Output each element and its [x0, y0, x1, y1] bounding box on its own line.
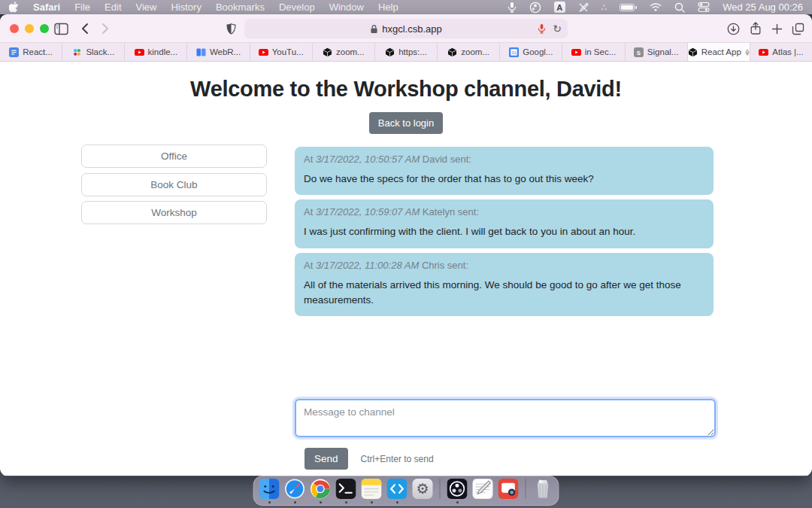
forward-button[interactable]: [97, 21, 114, 36]
youtube-icon: [571, 47, 581, 57]
menu-edit[interactable]: Edit: [105, 2, 121, 13]
tab-kindle[interactable]: kindle...: [125, 43, 187, 61]
wifi-icon[interactable]: [650, 2, 662, 14]
finder-icon[interactable]: [259, 479, 280, 499]
message-card: At 3/17/2022, 11:00:28 AM Chris sent: Al…: [295, 253, 714, 317]
chrome-icon[interactable]: [311, 479, 331, 499]
desktop: ⚙: [0, 476, 812, 508]
tab-webrtc[interactable]: WebR...: [187, 43, 250, 61]
dock: ⚙: [253, 476, 559, 506]
page-title: Welcome to the Workshop channel, David!: [0, 77, 812, 102]
microphone-status-icon[interactable]: [508, 2, 517, 14]
trackpad-gesture-icon[interactable]: ∴: [601, 2, 607, 14]
menu-help[interactable]: Help: [378, 2, 398, 13]
youtube-icon: [135, 47, 144, 57]
privacy-shield-icon[interactable]: [223, 21, 239, 36]
tab-https[interactable]: https:...: [375, 43, 438, 61]
svg-text:S: S: [637, 49, 641, 56]
codesandbox-icon: [688, 47, 698, 57]
message-meta: At 3/17/2022, 10:59:07 AM Katelyn sent:: [304, 206, 704, 217]
close-window-button[interactable]: [10, 24, 19, 33]
book-icon: [196, 47, 206, 57]
message-sender: Katelyn sent:: [423, 206, 479, 217]
downloads-icon[interactable]: [725, 21, 741, 36]
tab-microphone-icon: [745, 47, 750, 57]
tab-react[interactable]: React...: [0, 43, 62, 61]
message-text: I was just confirming with the client. I…: [304, 224, 704, 239]
reload-icon[interactable]: ↻: [553, 23, 562, 34]
spotlight-search-icon[interactable]: [674, 2, 685, 14]
message-text: Do we have the specs for the order that …: [304, 172, 704, 187]
slack-icon: [72, 47, 82, 57]
message-list: At 3/17/2022, 10:50:57 AM David sent: Do…: [295, 147, 714, 321]
control-center-icon[interactable]: [698, 2, 710, 14]
tab-google-calendar[interactable]: 31 Googl...: [500, 43, 562, 61]
textedit-icon[interactable]: [473, 479, 493, 499]
sidebar-toggle-icon[interactable]: [53, 21, 69, 36]
screen-recorder-icon[interactable]: [498, 479, 519, 499]
menu-window[interactable]: Window: [329, 2, 364, 13]
channel-list: Office Book Club Workshop: [81, 144, 267, 230]
url-text: hxgcl.csb.app: [382, 23, 442, 35]
message-input[interactable]: [295, 399, 716, 437]
tab-atlas[interactable]: Atlas |...: [750, 43, 812, 61]
message-meta: At 3/17/2022, 11:00:28 AM Chris sent:: [304, 260, 704, 271]
tab-signal[interactable]: S Signal...: [626, 43, 688, 61]
signal-icon: S: [634, 47, 644, 57]
notes-icon[interactable]: [362, 479, 382, 499]
zoom-window-button[interactable]: [40, 24, 49, 33]
tab-in-sec[interactable]: in Sec...: [562, 43, 625, 61]
channel-button-office[interactable]: Office: [81, 144, 267, 168]
menu-view[interactable]: View: [136, 2, 157, 13]
codesandbox-icon: [447, 47, 457, 57]
svg-text:31: 31: [511, 50, 517, 55]
channel-button-workshop[interactable]: Workshop: [81, 201, 267, 224]
trash-icon[interactable]: [533, 479, 553, 499]
window-controls: [10, 24, 49, 33]
address-bar[interactable]: hxgcl.csb.app ↻: [244, 19, 568, 38]
dock-separator: [526, 479, 526, 499]
back-button[interactable]: [76, 21, 92, 36]
minimize-window-button[interactable]: [25, 24, 34, 33]
tab-overview-icon[interactable]: [789, 21, 806, 36]
composer: [295, 399, 716, 440]
message-card: At 3/17/2022, 10:50:57 AM David sent: Do…: [295, 147, 714, 195]
vscode-icon[interactable]: [387, 479, 408, 499]
input-source-icon[interactable]: A: [554, 2, 565, 13]
sidecar-disabled-icon[interactable]: [578, 2, 589, 14]
obs-icon[interactable]: [447, 479, 468, 499]
menu-file[interactable]: File: [74, 2, 90, 13]
lock-icon: [370, 24, 378, 34]
message-text: All of the materials arrived this mornin…: [304, 278, 704, 309]
message-timestamp: 3/17/2022, 10:59:07 AM: [316, 206, 420, 217]
new-tab-icon[interactable]: [768, 21, 785, 36]
message-sender: David sent:: [423, 154, 471, 165]
system-settings-icon[interactable]: ⚙: [413, 479, 433, 499]
battery-icon[interactable]: [620, 4, 637, 11]
tab-react-app-active[interactable]: React App: [688, 43, 750, 61]
send-button[interactable]: Send: [304, 448, 348, 470]
page-content: Welcome to the Workshop channel, David! …: [0, 62, 812, 476]
back-to-login-button[interactable]: Back to login: [369, 112, 443, 134]
terminal-icon[interactable]: [336, 479, 356, 499]
menu-safari[interactable]: Safari: [33, 2, 60, 13]
menu-bar-clock[interactable]: Wed 25 Aug 00:26: [723, 2, 803, 13]
page-microphone-icon[interactable]: [538, 23, 546, 34]
menu-develop[interactable]: Develop: [279, 2, 315, 13]
channel-button-book-club[interactable]: Book Club: [81, 173, 267, 196]
tab-slack[interactable]: Slack...: [62, 43, 125, 61]
tab-youtube[interactable]: YouTu...: [250, 43, 313, 61]
menu-bookmarks[interactable]: Bookmarks: [216, 2, 265, 13]
obs-status-icon[interactable]: [529, 2, 541, 14]
youtube-icon: [259, 47, 268, 57]
menu-history[interactable]: History: [171, 2, 201, 13]
apple-logo-icon[interactable]: [9, 2, 19, 14]
share-icon[interactable]: [747, 21, 764, 36]
message-sender: Chris sent:: [422, 260, 468, 271]
tab-zoom-2[interactable]: zoom...: [438, 43, 500, 61]
youtube-icon: [759, 47, 768, 57]
message-timestamp: 3/17/2022, 11:00:28 AM: [316, 260, 419, 271]
codesandbox-icon: [323, 47, 332, 57]
safari-icon[interactable]: [285, 479, 305, 499]
tab-zoom-1[interactable]: zoom...: [313, 43, 375, 61]
